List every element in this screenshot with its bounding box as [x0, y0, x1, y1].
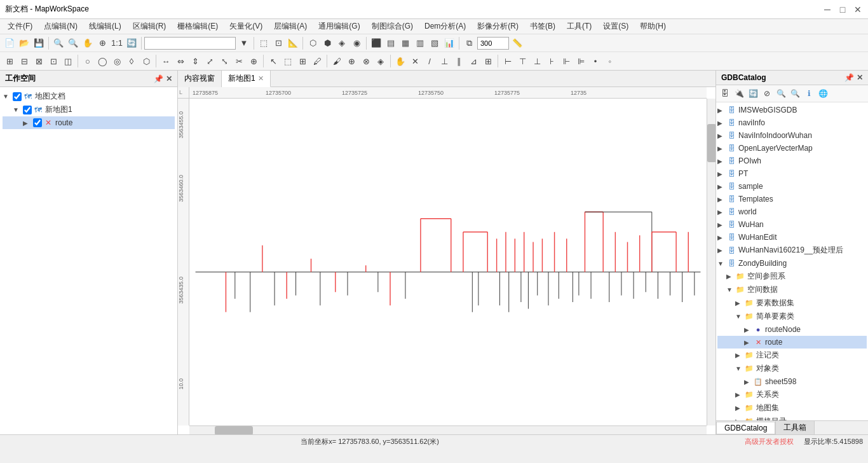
gdb-toggle-8[interactable]: ▶	[717, 209, 726, 216]
gdb-toggle-3[interactable]: ▶	[717, 145, 726, 152]
gdb-toggle-18[interactable]: ▶	[744, 339, 753, 346]
gdb-tb-search2[interactable]: 🔍	[789, 87, 801, 100]
node1[interactable]: ↔	[159, 54, 173, 68]
fin4[interactable]: ⊦	[545, 54, 559, 68]
ren1[interactable]: 🖌	[330, 54, 344, 68]
gdb-toggle-10[interactable]: ▶	[717, 234, 726, 241]
gdb-toggle-7[interactable]: ▶	[717, 196, 726, 203]
misc4[interactable]: ⊥	[437, 54, 451, 68]
gdb-toggle-17[interactable]: ▶	[744, 326, 753, 333]
menu-item-L[interactable]: 线编辑(L)	[84, 20, 126, 33]
ren4[interactable]: ◈	[374, 54, 388, 68]
tree-item-route[interactable]: ▶ ✕ route	[3, 116, 175, 129]
save-btn[interactable]: 💾	[32, 36, 46, 50]
tab-content-view[interactable]: 内容视窗	[178, 71, 222, 87]
select-btn[interactable]: ⬚	[257, 36, 271, 50]
measure-btn[interactable]: 📐	[286, 36, 300, 50]
menu-item-B[interactable]: 书签(B)	[525, 20, 560, 33]
node2[interactable]: ⇔	[173, 54, 187, 68]
gdb-item-8[interactable]: ▶🗄world	[717, 205, 867, 218]
scrollbar-thumb-v[interactable]	[707, 124, 715, 162]
deselect-btn[interactable]: ⊡	[271, 36, 285, 50]
tool4[interactable]: ◉	[349, 36, 363, 50]
gdb-tb-connect[interactable]: 🔌	[733, 87, 745, 100]
gdb-item-17[interactable]: ▶●routeNode	[717, 323, 867, 336]
gdb-tb-info[interactable]: ℹ	[803, 87, 815, 100]
close-button[interactable]: ✕	[853, 4, 863, 15]
draw1[interactable]: ⊞	[3, 54, 17, 68]
node3[interactable]: ⇕	[188, 54, 202, 68]
tool2[interactable]: ⬢	[320, 36, 334, 50]
menu-item-R[interactable]: 区编辑(R)	[128, 20, 172, 33]
menu-item-V[interactable]: 矢量化(V)	[224, 20, 268, 33]
workspace-close[interactable]: ✕	[166, 74, 172, 83]
scrollbar-horizontal[interactable]	[189, 425, 707, 434]
scale-adj[interactable]: 📏	[510, 36, 524, 50]
gdb-tab-toolbox[interactable]: 工具箱	[775, 420, 815, 435]
gdb-item-10[interactable]: ▶🗄WuHanEdit	[717, 231, 867, 244]
menu-item-H[interactable]: 帮助(H)	[635, 20, 671, 33]
gdb-item-3[interactable]: ▶🗄OpenLayerVecterMap	[717, 142, 867, 155]
new-btn[interactable]: 📄	[3, 36, 17, 50]
tab-new-map[interactable]: 新地图1 ✕	[222, 71, 271, 87]
gdb-item-18[interactable]: ▶✕route	[717, 336, 867, 349]
gdb-item-9[interactable]: ▶🗄WuHan	[717, 218, 867, 231]
pan-btn[interactable]: ✋	[81, 36, 95, 50]
sel1[interactable]: ↖	[266, 54, 280, 68]
gdb-toggle-19[interactable]: ▶	[735, 352, 744, 359]
menu-item-T[interactable]: 工具(T)	[562, 20, 597, 33]
minimize-button[interactable]: ─	[822, 4, 832, 15]
menu-item-G[interactable]: 通用编辑(G)	[313, 20, 365, 33]
toggle-route[interactable]: ▶	[23, 120, 33, 127]
gdb-toggle-5[interactable]: ▶	[717, 170, 726, 177]
misc3[interactable]: /	[423, 54, 437, 68]
sel3[interactable]: ⊞	[295, 54, 309, 68]
rtool2[interactable]: ▤	[384, 36, 398, 50]
node4[interactable]: ⤢	[203, 54, 217, 68]
shape4[interactable]: ◊	[125, 54, 139, 68]
toggle-mapdoc[interactable]: ▼	[3, 93, 13, 100]
misc7[interactable]: ⊞	[481, 54, 495, 68]
draw2[interactable]: ⊟	[17, 54, 31, 68]
gdb-item-22[interactable]: ▶📁关系类	[717, 388, 867, 401]
gdb-toggle-4[interactable]: ▶	[717, 158, 726, 165]
gdb-item-19[interactable]: ▶📁注记类	[717, 349, 867, 362]
checkbox-route[interactable]	[33, 118, 42, 127]
gdb-item-0[interactable]: ▶🗄IMSWebGISGDB	[717, 104, 867, 116]
toggle-map1[interactable]: ▼	[13, 106, 23, 113]
coord-input[interactable]: 1:697.8579085593	[144, 37, 236, 50]
fin5[interactable]: ⊩	[559, 54, 573, 68]
tree-item-mapdoc[interactable]: ▼ 🗺 地图文档	[3, 90, 175, 103]
gdb-item-11[interactable]: ▶🗄WuHanNavi160219__预处理后	[717, 244, 867, 257]
tab-close-btn[interactable]: ✕	[258, 74, 264, 83]
sel4[interactable]: 🖊	[310, 54, 324, 68]
gdb-toggle-11[interactable]: ▶	[717, 247, 726, 254]
gdb-item-5[interactable]: ▶🗄PT	[717, 167, 867, 180]
shape5[interactable]: ⬡	[139, 54, 153, 68]
ren2[interactable]: ⊕	[344, 54, 358, 68]
maximize-button[interactable]: □	[837, 4, 848, 15]
gdb-tab-catalog[interactable]: GDBCatalog	[716, 422, 775, 434]
extent-btn[interactable]: ⊕	[95, 36, 109, 50]
gdb-toggle-16[interactable]: ▼	[735, 313, 744, 320]
gdb-item-24[interactable]: ▶📁栅格目录	[717, 415, 867, 420]
rtool1[interactable]: ⬛	[369, 36, 383, 50]
menu-item-S[interactable]: 设置(S)	[598, 20, 634, 33]
gdb-toggle-6[interactable]: ▶	[717, 183, 726, 190]
gdb-tb-refresh[interactable]: 🔄	[747, 87, 759, 100]
gdb-toggle-23[interactable]: ▶	[735, 404, 744, 411]
fin2[interactable]: ⊤	[515, 54, 529, 68]
map-content[interactable]	[189, 99, 707, 425]
draw5[interactable]: ◫	[61, 54, 75, 68]
menu-item-A[interactable]: 层编辑(A)	[269, 20, 312, 33]
map-canvas[interactable]: 12735875 12735700 12735725 12735750 1273…	[178, 87, 715, 434]
gdb-toggle-20[interactable]: ▼	[735, 365, 744, 372]
misc6[interactable]: ⊿	[466, 54, 480, 68]
checkbox-mapdoc[interactable]	[13, 92, 22, 101]
scrollbar-vertical[interactable]	[707, 99, 715, 425]
gdb-close[interactable]: ✕	[857, 73, 863, 82]
gdb-tb-db[interactable]: 🗄	[719, 87, 731, 100]
fin6[interactable]: ⊫	[574, 54, 588, 68]
gdb-toggle-0[interactable]: ▶	[717, 107, 726, 114]
gdb-toggle-14[interactable]: ▼	[726, 286, 735, 293]
